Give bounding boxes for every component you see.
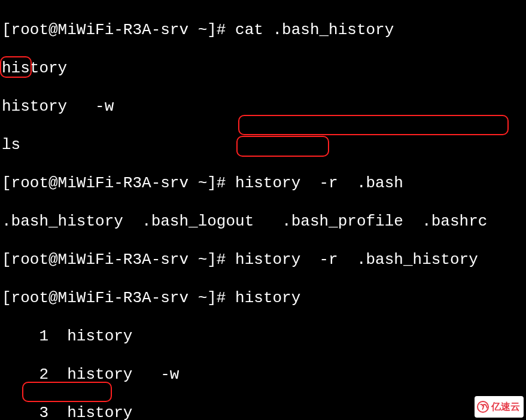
terminal-output[interactable]: [root@MiWiFi-R3A-srv ~]# cat .bash_histo… xyxy=(0,0,526,420)
watermark: 亿速云 xyxy=(475,396,524,418)
command-text: history xyxy=(235,289,300,307)
prompt: [root@MiWiFi-R3A-srv ~]# xyxy=(2,251,235,269)
output-line: [root@MiWiFi-R3A-srv ~]# history -r .bas… xyxy=(2,174,524,193)
history-entry: 3 history xyxy=(2,403,524,420)
output-line: .bash_history .bash_logout .bash_profile… xyxy=(2,212,524,231)
output-line: history -w xyxy=(2,97,524,116)
output-line: [root@MiWiFi-R3A-srv ~]# cat .bash_histo… xyxy=(2,20,524,39)
output-line: [root@MiWiFi-R3A-srv ~]# history xyxy=(2,288,524,308)
output-line: history xyxy=(2,59,524,78)
watermark-text: 亿速云 xyxy=(491,397,520,416)
prompt: [root@MiWiFi-R3A-srv ~]# xyxy=(2,289,235,307)
history-entry: 2 history -w xyxy=(2,365,524,384)
command-text: history -r .bash_history xyxy=(235,251,478,269)
history-entry: 1 history xyxy=(2,327,524,346)
brand-icon xyxy=(477,401,489,413)
output-line: ls xyxy=(2,135,524,154)
output-line: [root@MiWiFi-R3A-srv ~]# history -r .bas… xyxy=(2,250,524,269)
